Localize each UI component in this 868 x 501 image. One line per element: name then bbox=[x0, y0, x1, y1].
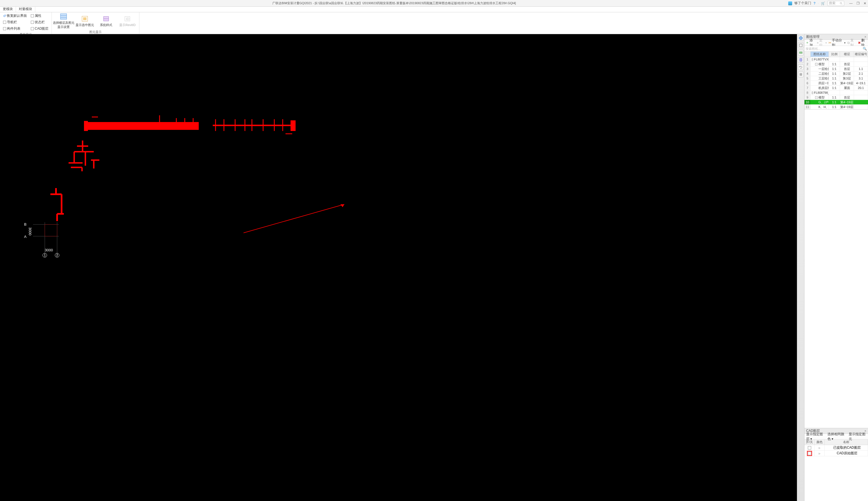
tab-more-modules[interactable]: 更模块 bbox=[0, 6, 16, 12]
svg-rect-11 bbox=[87, 122, 199, 130]
svg-rect-38 bbox=[800, 52, 802, 53]
show-revit-id: ID 显示RevitID bbox=[117, 15, 137, 27]
global-search[interactable]: 搜索 bbox=[827, 1, 844, 6]
right-panel: 图纸管理 × ＋添加 ⌖定位▾ ✂手动分割▾ ⧉复制 ✖删除 🔍 图纸名称 比例… bbox=[804, 34, 868, 501]
svg-point-36 bbox=[799, 36, 803, 40]
toggle-cad-layer[interactable]: CAD图层 bbox=[29, 26, 50, 32]
axis-a: A bbox=[24, 235, 26, 239]
user-name[interactable]: 够了个呆门 bbox=[794, 1, 811, 6]
svg-text:ID: ID bbox=[126, 17, 129, 21]
svg-rect-37 bbox=[800, 44, 802, 47]
table-row[interactable]: 3一层给排...1:1首层1.1 bbox=[804, 67, 868, 71]
globe-icon[interactable] bbox=[798, 35, 804, 41]
table-row[interactable]: 9-模型1:1首层 bbox=[804, 95, 868, 100]
cart-icon[interactable]: 🛒 bbox=[821, 1, 825, 5]
grid-icon[interactable] bbox=[798, 72, 804, 77]
layer-toggle-checkbox[interactable] bbox=[808, 446, 811, 449]
maximize-button[interactable]: ❐ bbox=[857, 1, 860, 5]
help-icon[interactable]: ? bbox=[813, 1, 815, 5]
table-row[interactable]: 7机房层给...1:1屋面20.1 bbox=[804, 86, 868, 90]
axis-dim-h: 3000 bbox=[45, 248, 53, 252]
col-floor-no[interactable]: 楼层编号 bbox=[854, 52, 868, 57]
view-toolbar bbox=[797, 34, 804, 501]
floor-display-settings[interactable]: 选择楼层及图元显示设置 bbox=[53, 13, 74, 29]
table-row[interactable]: 5三层给排...1:1第3层3.1 bbox=[804, 76, 868, 81]
svg-marker-40 bbox=[799, 66, 801, 67]
system-style[interactable]: 系统样式 bbox=[96, 15, 116, 27]
svg-rect-12 bbox=[84, 121, 88, 131]
ribbon: ↺恢复默认界面 导航栏 构件列表 属性 状态栏 CAD图层 界面显示 选择楼层及… bbox=[0, 12, 868, 34]
search-icon[interactable]: 🔍 bbox=[863, 47, 867, 51]
svg-rect-2 bbox=[61, 14, 67, 19]
svg-point-0 bbox=[840, 2, 842, 4]
table-row[interactable]: 11K、H、I户型1:1第4~19层 bbox=[804, 105, 868, 109]
view-top-icon[interactable] bbox=[798, 50, 804, 55]
window-title: 广联达BIM安装计量GQI2021 - [E:\国众联\a国众联\6.【上海力波… bbox=[0, 1, 788, 5]
module-tabs: 更模块 对量模块 bbox=[0, 7, 868, 12]
col-floor[interactable]: 楼层 bbox=[840, 52, 854, 57]
view-front-icon[interactable] bbox=[798, 57, 804, 63]
restore-ui-button[interactable]: ↺恢复默认界面 bbox=[2, 13, 28, 19]
svg-rect-39 bbox=[800, 58, 802, 61]
rotate-icon[interactable] bbox=[798, 64, 804, 70]
svg-rect-6 bbox=[83, 17, 86, 20]
svg-rect-33 bbox=[45, 224, 57, 236]
minimize-button[interactable]: — bbox=[849, 1, 853, 5]
col-ratio[interactable]: 比例 bbox=[829, 52, 840, 57]
table-row[interactable]: 4二层给排...1:1第2层2.1 bbox=[804, 71, 868, 76]
axis-b: B bbox=[24, 222, 26, 226]
cad-layer-row[interactable]: ▹已提取的CAD图层 bbox=[804, 445, 868, 451]
axis-1: 1 bbox=[43, 253, 47, 257]
show-selected-elements[interactable]: 显示选中图元 bbox=[75, 15, 95, 27]
svg-marker-35 bbox=[340, 204, 344, 207]
table-row[interactable]: 1-FL807TVX_W... bbox=[804, 57, 868, 62]
svg-line-1 bbox=[842, 4, 843, 4]
table-row[interactable]: 2-模型1:1首层 bbox=[804, 62, 868, 67]
axis-2: 2 bbox=[55, 253, 59, 257]
toggle-nav[interactable]: 导航栏 bbox=[2, 19, 28, 25]
drawing-canvas[interactable]: B A 3000 3000 1 2 bbox=[0, 34, 797, 501]
toggle-component-list[interactable]: 构件列表 bbox=[2, 26, 28, 32]
view-3d-icon[interactable] bbox=[798, 43, 804, 48]
table-row[interactable]: 10G、J户型1:1第4~19层 bbox=[804, 100, 868, 105]
col-name[interactable]: 图纸名称 bbox=[811, 52, 829, 57]
table-row[interactable]: 8-FL808798_W... bbox=[804, 90, 868, 95]
close-button[interactable]: ✕ bbox=[864, 1, 866, 5]
toggle-props[interactable]: 属性 bbox=[29, 13, 50, 19]
layer-toggle-checkbox[interactable] bbox=[808, 452, 811, 455]
toggle-status[interactable]: 状态栏 bbox=[29, 19, 50, 25]
cad-layer-row[interactable]: ▹CAD原始图层 bbox=[804, 451, 868, 456]
drawing-search-input[interactable] bbox=[806, 47, 863, 50]
avatar[interactable] bbox=[788, 1, 792, 5]
table-row[interactable]: 6四层~十...1:1第4~19层4~19.1 bbox=[804, 81, 868, 86]
title-bar: 广联达BIM安装计量GQI2021 - [E:\国众联\a国众联\6.【上海力波… bbox=[0, 0, 868, 7]
svg-line-34 bbox=[244, 204, 344, 233]
axis-dim-v: 3000 bbox=[28, 227, 32, 235]
svg-rect-19 bbox=[291, 120, 296, 131]
tab-compare-module[interactable]: 对量模块 bbox=[16, 6, 35, 12]
